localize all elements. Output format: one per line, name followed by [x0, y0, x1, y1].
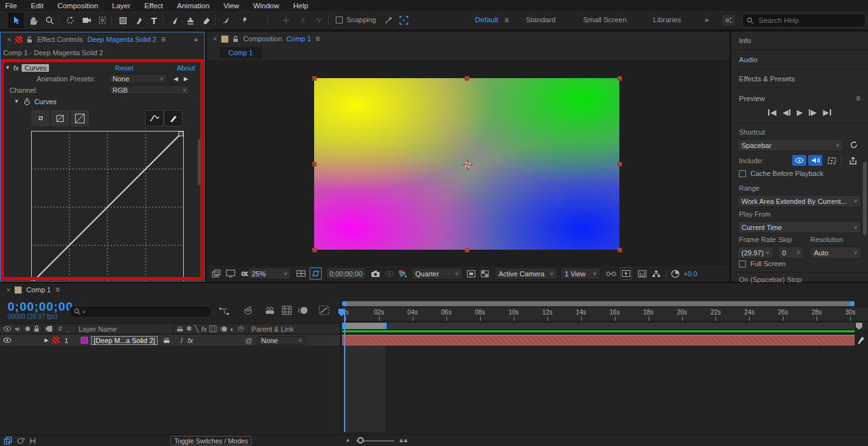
- exposure-value[interactable]: +0.0: [684, 267, 698, 280]
- local-axis-mode-button[interactable]: [279, 13, 294, 28]
- resolution-dropdown[interactable]: Quarter˅: [411, 267, 462, 280]
- layer-eye-icon[interactable]: [3, 337, 11, 343]
- snapshot-button[interactable]: [371, 267, 380, 280]
- timeline-zoom-knob[interactable]: [357, 437, 364, 443]
- selection-handle[interactable]: [617, 76, 622, 81]
- resolution-playback-dropdown[interactable]: Auto˅: [810, 247, 861, 259]
- eye-column-icon[interactable]: [3, 326, 11, 332]
- search-input[interactable]: [757, 16, 853, 25]
- workspace-settings-button[interactable]: [722, 14, 736, 27]
- stopwatch-icon[interactable]: [24, 98, 31, 105]
- layer-expander-icon[interactable]: ▶: [45, 337, 48, 343]
- layer-fx-icon[interactable]: fx: [188, 337, 193, 344]
- twirl-down-icon[interactable]: ▼: [14, 98, 19, 104]
- cube-column-icon[interactable]: [237, 325, 245, 332]
- quality-column-icon[interactable]: ╲: [195, 325, 199, 333]
- about-button[interactable]: About: [177, 64, 195, 72]
- graph-editor-button[interactable]: [319, 306, 329, 315]
- expand-transfer-controls-button[interactable]: [17, 436, 25, 445]
- audio-column-icon[interactable]: [15, 326, 22, 332]
- timeline-horizontal-scrollbar[interactable]: [342, 301, 855, 306]
- roto-brush-tool-button[interactable]: [219, 13, 234, 28]
- curve-tool-button[interactable]: [145, 110, 163, 126]
- effects-presets-panel-tab[interactable]: Effects & Presets: [731, 70, 868, 88]
- view-axis-mode-button[interactable]: [312, 13, 327, 28]
- zoom-tool-button[interactable]: [42, 13, 57, 28]
- playhead-line[interactable]: [344, 309, 345, 432]
- menu-item-file[interactable]: File: [5, 2, 17, 10]
- frame-blending-button[interactable]: [282, 306, 292, 315]
- transparency-grid-button[interactable]: [481, 267, 489, 280]
- info-panel-tab[interactable]: Info: [731, 32, 868, 50]
- pencil-tool-button[interactable]: [164, 110, 183, 126]
- selection-handle[interactable]: [312, 76, 317, 81]
- layer-solid-swatch[interactable]: [81, 337, 88, 344]
- timeline-button[interactable]: [638, 267, 647, 280]
- selection-tool-button[interactable]: [8, 13, 24, 28]
- include-video-button[interactable]: [792, 155, 806, 166]
- workspace-menu-icon[interactable]: ≡: [504, 16, 509, 25]
- region-of-interest-toggle[interactable]: [467, 267, 476, 280]
- work-area-bar[interactable]: [342, 323, 387, 329]
- preview-panel-tab[interactable]: Preview ≡: [731, 89, 868, 107]
- composition-viewer[interactable]: [207, 60, 729, 265]
- close-icon[interactable]: ×: [7, 36, 11, 43]
- exposure-reset-button[interactable]: [671, 267, 680, 280]
- search-options-icon[interactable]: ˅: [82, 309, 85, 315]
- anchor-point-icon[interactable]: [462, 159, 473, 170]
- right-panel-scrollbar[interactable]: [863, 162, 867, 235]
- shortcut-dropdown[interactable]: Spacebar˅: [738, 139, 843, 151]
- snap-features-button[interactable]: [396, 13, 411, 28]
- time-ruler[interactable]: 0s02s04s06s08s10s12s14s16s18s20s22s24s26…: [341, 307, 868, 321]
- panel-menu-icon[interactable]: ≡: [161, 35, 165, 44]
- panel-menu-icon[interactable]: ≡: [315, 34, 320, 43]
- zoom-dropdown[interactable]: 25%˅: [248, 267, 291, 280]
- flowchart-button[interactable]: [652, 267, 661, 280]
- type-tool-button[interactable]: T: [146, 13, 162, 28]
- puppet-pin-tool-button[interactable]: [237, 13, 252, 28]
- adjustment-column-icon[interactable]: ◐: [230, 325, 235, 333]
- expand-layer-switches-button[interactable]: [4, 436, 13, 445]
- menu-item-layer[interactable]: Layer: [112, 2, 130, 10]
- toggle-switches-modes-button[interactable]: Toggle Switches / Modes: [170, 436, 252, 445]
- effect-panel-scrollbar[interactable]: [198, 139, 202, 185]
- selection-handle[interactable]: [312, 162, 317, 166]
- workspace-small-screen[interactable]: Small Screen: [583, 16, 626, 24]
- curve-size-medium-button[interactable]: [51, 110, 69, 126]
- curves-effect-header-row[interactable]: ▼ fx Curves Reset About: [1, 63, 195, 72]
- layer-name-column-label[interactable]: Layer Name: [79, 325, 117, 333]
- view-layout-dropdown[interactable]: 1 View˅: [561, 267, 600, 280]
- layer-name[interactable]: [Deep M...a Solid 2]: [91, 336, 158, 345]
- collapse-column-icon[interactable]: ✱: [186, 325, 192, 333]
- pen-tool-button[interactable]: [131, 13, 146, 28]
- hide-shy-layers-button[interactable]: [265, 306, 275, 315]
- pan-behind-tool-button[interactable]: [95, 13, 110, 28]
- menu-item-help[interactable]: Help: [293, 2, 308, 10]
- close-icon[interactable]: ×: [6, 286, 10, 294]
- snapping-checkbox[interactable]: [336, 17, 343, 24]
- menu-item-edit[interactable]: Edit: [31, 2, 44, 10]
- close-icon[interactable]: ×: [213, 35, 217, 43]
- camera-tool-button[interactable]: [79, 13, 94, 28]
- selection-handle[interactable]: [617, 162, 622, 166]
- twirl-down-icon[interactable]: ▼: [5, 65, 10, 71]
- composition-tab[interactable]: × Composition Comp 1 ≡: [207, 32, 729, 46]
- range-dropdown[interactable]: Work Area Extended By Current...˅: [738, 195, 861, 207]
- selection-handle[interactable]: [312, 248, 317, 252]
- menu-item-animation[interactable]: Animation: [177, 2, 209, 10]
- play-from-dropdown[interactable]: Current Time˅: [738, 221, 861, 233]
- comp-viewer-tab[interactable]: Comp 1: [219, 47, 262, 58]
- snap-angle-button[interactable]: [380, 13, 396, 28]
- composition-mini-flowchart-button[interactable]: [219, 307, 230, 316]
- workspace-overflow-chevron[interactable]: »: [705, 16, 708, 24]
- motion-blur-column-icon[interactable]: [219, 326, 228, 332]
- label-column-icon[interactable]: [45, 325, 53, 332]
- layer-row[interactable]: ▶ 1 [Deep M...a Solid 2] / fx @ None˅: [0, 335, 340, 346]
- frame-rate-dropdown[interactable]: (29.97)˅: [738, 247, 773, 259]
- timecode-chip[interactable]: 0;00;00;00: [326, 267, 366, 280]
- next-preset-icon[interactable]: ▶: [184, 76, 188, 82]
- choose-grid-guide-button[interactable]: [296, 267, 306, 280]
- share-view-button[interactable]: [606, 267, 616, 280]
- camera-view-dropdown[interactable]: Active Camera˅: [495, 267, 557, 280]
- number-column-label[interactable]: #: [59, 325, 62, 332]
